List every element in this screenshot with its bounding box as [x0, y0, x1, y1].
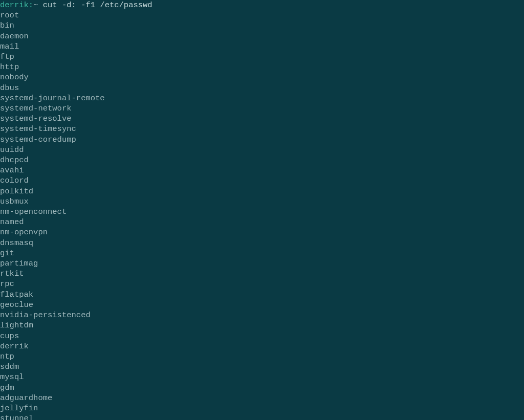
output-line: rpc: [0, 279, 524, 289]
output-line: dnsmasq: [0, 238, 524, 248]
output-line: http: [0, 62, 524, 72]
terminal-window[interactable]: derrik:~ cut -d: -f1 /etc/passwd rootbin…: [0, 0, 524, 420]
output-line: derrik: [0, 341, 524, 351]
prompt-user: derrik: [0, 1, 29, 10]
output-line: systemd-timesync: [0, 124, 524, 134]
output-line: daemon: [0, 31, 524, 41]
output-line: flatpak: [0, 290, 524, 300]
output-line: jellyfin: [0, 403, 524, 413]
prompt-command: cut -d: -f1 /etc/passwd: [38, 1, 152, 10]
output-line: nm-openconnect: [0, 207, 524, 217]
output-line: systemd-coredump: [0, 135, 524, 145]
output-line: root: [0, 10, 524, 20]
output-line: nm-openvpn: [0, 227, 524, 237]
output-line: nobody: [0, 72, 524, 82]
output-line: dbus: [0, 83, 524, 93]
output-line: ftp: [0, 52, 524, 62]
output-line: nvidia-persistenced: [0, 310, 524, 320]
output-line: systemd-journal-remote: [0, 93, 524, 103]
output-container: rootbindaemonmailftphttpnobodydbussystem…: [0, 10, 524, 420]
output-line: usbmux: [0, 196, 524, 207]
output-line: named: [0, 217, 524, 227]
output-line: colord: [0, 175, 524, 186]
output-line: gdm: [0, 383, 524, 393]
output-line: ntp: [0, 351, 524, 362]
output-line: uuidd: [0, 145, 524, 155]
output-line: cups: [0, 331, 524, 341]
output-line: partimag: [0, 258, 524, 269]
output-line: avahi: [0, 165, 524, 175]
output-line: geoclue: [0, 300, 524, 310]
output-line: bin: [0, 20, 524, 31]
output-line: polkitd: [0, 186, 524, 196]
output-line: git: [0, 248, 524, 258]
output-line: lightdm: [0, 320, 524, 330]
output-line: rtkit: [0, 269, 524, 279]
output-line: systemd-resolve: [0, 114, 524, 124]
output-line: mail: [0, 41, 524, 52]
prompt-host-separator: :: [29, 1, 33, 10]
output-line: mysql: [0, 372, 524, 382]
output-line: adguardhome: [0, 393, 524, 403]
output-line: stunnel: [0, 413, 524, 420]
output-line: sddm: [0, 362, 524, 372]
prompt-line: derrik:~ cut -d: -f1 /etc/passwd: [0, 0, 524, 10]
output-line: systemd-network: [0, 103, 524, 114]
output-line: dhcpcd: [0, 155, 524, 165]
